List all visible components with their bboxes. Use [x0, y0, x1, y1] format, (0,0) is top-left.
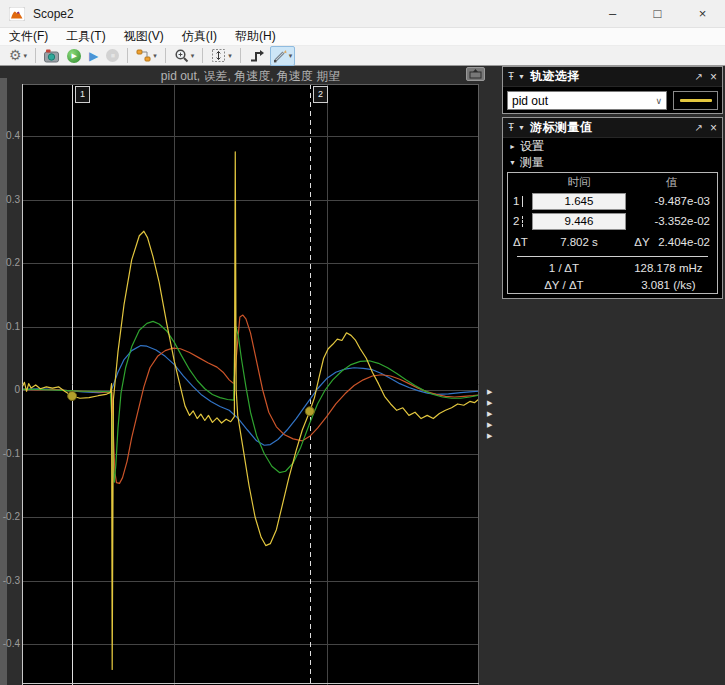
y-tick-label--0.3: -0.3	[1, 575, 20, 586]
cursor-2-flag[interactable]: 2	[313, 86, 328, 103]
menu-item-4[interactable]: 帮助(H)	[226, 28, 285, 45]
delta-y-value: 2.404e-02	[658, 236, 717, 248]
trigger-button[interactable]	[246, 46, 268, 66]
pin-icon[interactable]: Ŧ	[508, 122, 514, 133]
expand-arrow-icon: ▶	[487, 388, 492, 396]
y-tick-label-0.1: 0.1	[1, 321, 20, 332]
close-icon[interactable]: ×	[710, 121, 717, 135]
restore-panels-button[interactable]	[466, 67, 485, 81]
y-tick-label--0.2: -0.2	[1, 511, 20, 522]
slope-value: 3.081 (/ks)	[620, 279, 717, 291]
cursor-measurements-dropdown-caret[interactable]: ▾	[289, 52, 293, 60]
chevron-right-icon: ►	[509, 143, 520, 150]
slope-label: ΔY / ΔT	[508, 279, 620, 291]
measurements-section-toggle[interactable]: ▼ 测量	[503, 154, 722, 170]
window-title: Scope2	[33, 7, 74, 21]
signal-selector-button[interactable]: ▾	[133, 46, 160, 66]
scope-content: pid out, 误差, 角速度, 角速度 期望 0.40.30.20.10-0…	[0, 66, 725, 685]
run-button[interactable]: ▶	[64, 46, 84, 66]
settings-dropdown-caret[interactable]: ▾	[24, 52, 28, 60]
close-icon[interactable]: ×	[710, 70, 717, 84]
cursor-1-flag[interactable]: 1	[75, 86, 90, 103]
cursor-2-time-input[interactable]: 9.446	[532, 213, 626, 230]
chevron-down-icon: ▼	[509, 159, 520, 166]
measurements-table: 时间 值 1 1.645 -9.487e-03 2 9.446 -3.352e-…	[507, 172, 718, 294]
measurements-label: 测量	[520, 154, 544, 171]
toolbar: ⚙▾▶▶■▾▾▾▾	[0, 46, 725, 66]
table-row-slope: ΔY / ΔT 3.081 (/ks)	[508, 276, 717, 293]
table-row-cursor-1: 1 1.645 -9.487e-03	[508, 191, 717, 211]
fit-to-view-dropdown-caret[interactable]: ▾	[228, 52, 232, 60]
matlab-app-icon	[9, 7, 25, 21]
minimize-button[interactable]: –	[590, 0, 635, 27]
panel-expander-arrows[interactable]: ▶▶▶▶▶	[487, 388, 492, 440]
settings-button[interactable]: ⚙▾	[6, 46, 30, 66]
expand-arrow-icon: ▶	[487, 421, 492, 429]
cursor-2-value: -3.352e-02	[626, 215, 717, 227]
step-forward-button[interactable]: ▶	[86, 46, 101, 66]
collapse-icon[interactable]: ▼	[518, 73, 525, 80]
zoom-button[interactable]: ▾	[171, 46, 198, 66]
trace-select-dropdown[interactable]: pid out ∨	[507, 91, 667, 110]
trace-panel-header: Ŧ ▼ 轨迹选择 ↗ ×	[503, 67, 722, 87]
expand-arrow-icon: ▶	[487, 399, 492, 407]
settings-label: 设置	[520, 138, 544, 155]
y-tick-label-0.4: 0.4	[1, 130, 20, 141]
chevron-down-icon: ∨	[651, 96, 666, 106]
toolbar-separator	[240, 48, 241, 63]
zoom-icon	[174, 48, 189, 63]
toolbar-separator	[35, 48, 36, 63]
plot-title: pid out, 误差, 角速度, 角速度 期望	[22, 68, 479, 85]
pin-icon[interactable]: Ŧ	[508, 71, 514, 82]
cursor-1-time-input[interactable]: 1.645	[532, 193, 626, 210]
zoom-dropdown-caret[interactable]: ▾	[191, 52, 195, 60]
expand-arrow-icon: ▶	[487, 410, 492, 418]
trace-select-value: pid out	[512, 94, 548, 108]
fit-to-view-button[interactable]: ▾	[208, 46, 235, 66]
trigger-icon	[249, 49, 265, 63]
menu-item-1[interactable]: 工具(T)	[57, 28, 114, 45]
menu-item-2[interactable]: 视图(V)	[115, 28, 173, 45]
scope-window: Scope2 –□× 文件(F)工具(T)视图(V)仿真(I)帮助(H) ⚙▾▶…	[0, 0, 725, 685]
time-column-header: 时间	[532, 175, 626, 190]
window-controls: –□×	[590, 0, 725, 27]
menu-item-3[interactable]: 仿真(I)	[173, 28, 226, 45]
table-row-cursor-2: 2 9.446 -3.352e-02	[508, 211, 717, 231]
signal-selector-dropdown-caret[interactable]: ▾	[153, 52, 157, 60]
cursor-measurements-panel: Ŧ ▼ 游标测量值 ↗ × ► 设置 ▼ 测量 时间 值	[502, 117, 723, 299]
cursor-measurements-icon	[273, 49, 287, 63]
run-icon: ▶	[67, 49, 81, 63]
collapse-icon[interactable]: ▼	[518, 124, 525, 131]
cursor-measurements-button[interactable]: ▾	[270, 46, 296, 66]
y-tick-label-0.3: 0.3	[1, 194, 20, 205]
table-row-delta: ΔT 7.802 s ΔY 2.404e-02	[508, 231, 717, 253]
snapshot-button[interactable]	[41, 46, 62, 66]
delta-y-label: ΔY	[626, 236, 658, 248]
restore-panels-icon	[469, 69, 482, 79]
settings-section-toggle[interactable]: ► 设置	[503, 138, 722, 154]
table-row-frequency: 1 / ΔT 128.178 mHz	[508, 259, 717, 276]
plot-canvas[interactable]	[22, 84, 479, 685]
menubar: 文件(F)工具(T)视图(V)仿真(I)帮助(H)	[0, 28, 725, 46]
cursor-panel-header: Ŧ ▼ 游标测量值 ↗ ×	[503, 118, 722, 138]
undock-icon[interactable]: ↗	[695, 71, 703, 82]
menu-item-0[interactable]: 文件(F)	[0, 28, 57, 45]
y-tick-label-0: 0	[1, 384, 20, 395]
toolbar-separator	[127, 48, 128, 63]
solid-line-icon	[522, 196, 523, 207]
dashed-line-icon	[522, 216, 523, 227]
title-bar: Scope2 –□×	[0, 0, 725, 28]
measurements-table-header: 时间 值	[508, 173, 717, 191]
trace-color-line	[680, 99, 712, 102]
stop-button[interactable]: ■	[103, 46, 122, 66]
maximize-button[interactable]: □	[635, 0, 680, 27]
settings-icon: ⚙	[9, 48, 22, 63]
signal-selector-icon	[136, 49, 151, 62]
close-button[interactable]: ×	[680, 0, 725, 27]
trace-color-swatch	[673, 91, 718, 110]
undock-icon[interactable]: ↗	[695, 122, 703, 133]
left-panel-handle[interactable]	[0, 78, 7, 685]
delta-t-label: ΔT	[508, 236, 532, 248]
cursor-1-value: -9.487e-03	[626, 195, 717, 207]
snapshot-icon	[44, 49, 59, 63]
